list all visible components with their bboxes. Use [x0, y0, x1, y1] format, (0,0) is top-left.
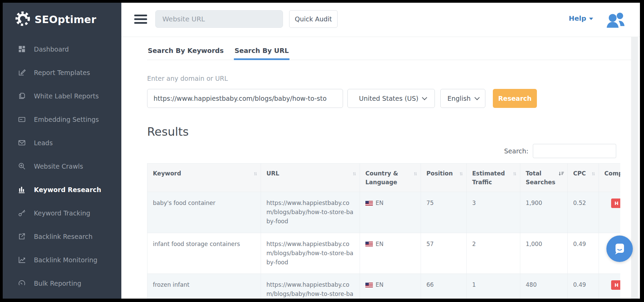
- caret-down-icon: [589, 18, 593, 20]
- cell-keyword: baby's food container: [147, 192, 261, 233]
- sidebar-item-backlink-research[interactable]: Backlink Research: [3, 225, 121, 248]
- hamburger-icon[interactable]: [134, 15, 147, 24]
- cell-competition: H: [599, 274, 621, 299]
- column-header-position[interactable]: Position: [421, 164, 467, 192]
- sidebar-item-white-label-reports[interactable]: White Label Reports: [3, 84, 121, 108]
- tab-bar: Search By KeywordsSearch By URL: [147, 44, 631, 60]
- research-button[interactable]: Research: [493, 89, 537, 108]
- column-label: Comp: [604, 170, 620, 177]
- sidebar-item-bulk-reporting[interactable]: Bulk Reporting: [3, 271, 121, 295]
- chevron-down-icon: [475, 95, 480, 100]
- cell-competition: H: [599, 192, 621, 233]
- help-menu[interactable]: Help: [569, 14, 593, 22]
- language-code: EN: [376, 280, 383, 289]
- sidebar-item-label: Dashboard: [34, 45, 69, 53]
- line-chart-icon: [17, 256, 26, 264]
- cell-keyword: infant food storage containers: [147, 233, 261, 274]
- sidebar-item-backlink-monitoring[interactable]: Backlink Monitoring: [3, 248, 121, 271]
- envelope-icon: [17, 138, 26, 147]
- brand-logo[interactable]: SEOptimer: [3, 3, 121, 28]
- column-header-keyword[interactable]: Keyword: [147, 164, 261, 192]
- column-label: Country & Language: [365, 170, 398, 186]
- gauge-icon: [17, 279, 26, 288]
- sidebar-item-label: Bulk Reporting: [34, 280, 81, 287]
- domain-url-input[interactable]: [147, 89, 343, 108]
- sidebar-item-label: Backlink Monitoring: [34, 256, 97, 264]
- cell-url: https://www.happiestbaby.com/blogs/baby/…: [261, 233, 360, 274]
- search-plus-icon: [17, 162, 26, 171]
- sidebar-item-label: White Label Reports: [34, 92, 99, 100]
- edit-icon: [17, 68, 26, 77]
- us-flag-icon: [365, 283, 373, 287]
- cell-cpc: 0.49: [568, 233, 599, 274]
- sidebar-item-label: Website Crawls: [34, 163, 83, 170]
- results-title: Results: [147, 125, 631, 138]
- sidebar-item-report-templates[interactable]: Report Templates: [3, 61, 121, 84]
- country-select[interactable]: United States (US): [347, 89, 435, 108]
- table-row: infant food storage containershttps://ww…: [147, 233, 621, 274]
- sidebar-item-embedding-settings[interactable]: Embedding Settings: [3, 108, 121, 131]
- sidebar-item-keyword-tracking[interactable]: Keyword Tracking: [3, 201, 121, 225]
- sort-both-icon: [459, 170, 464, 179]
- sidebar-item-label: Leads: [34, 139, 53, 147]
- cell-country-language: EN: [360, 233, 421, 274]
- sidebar-item-keyword-research[interactable]: Keyword Research: [3, 178, 121, 201]
- sidebar-item-label: Keyword Research: [34, 186, 101, 193]
- table-search-row: Search:: [147, 144, 631, 158]
- column-header-country-language[interactable]: Country & Language: [360, 164, 421, 192]
- cell-total-searches: 480: [520, 274, 568, 299]
- cell-estimated-traffic: 1: [467, 274, 520, 299]
- column-label: Keyword: [153, 170, 181, 177]
- users-icon: [605, 10, 626, 30]
- sidebar-item-leads[interactable]: Leads: [3, 131, 121, 154]
- cell-country-language: EN: [360, 274, 421, 299]
- column-label: Total Searches: [526, 170, 555, 186]
- app-window: SEOptimer DashboardReport TemplatesWhite…: [3, 3, 640, 299]
- tab-search-by-url[interactable]: Search By URL: [234, 44, 289, 60]
- cell-url: https://www.happiestbaby.com/blogs/baby/…: [261, 274, 360, 299]
- vertical-scrollbar[interactable]: [631, 37, 638, 299]
- column-header-url[interactable]: URL: [261, 164, 360, 192]
- cell-total-searches: 1,900: [520, 192, 568, 233]
- account-button[interactable]: [605, 10, 626, 30]
- key-icon: [17, 209, 26, 218]
- column-header-cpc[interactable]: CPC: [568, 164, 599, 192]
- table-row: frozen infanthttps://www.happiestbaby.co…: [147, 274, 621, 299]
- cell-total-searches: 1,000: [520, 233, 568, 274]
- cell-url: https://www.happiestbaby.com/blogs/baby/…: [261, 192, 360, 233]
- website-url-input[interactable]: [155, 10, 283, 28]
- sidebar-item-dashboard[interactable]: Dashboard: [3, 37, 121, 61]
- main-area: Quick Audit Help Search By KeywordsSearc…: [121, 3, 640, 299]
- sidebar: SEOptimer DashboardReport TemplatesWhite…: [3, 3, 121, 299]
- column-header-estimated-traffic[interactable]: Estimated Traffic: [467, 164, 520, 192]
- column-header-total-searches[interactable]: Total Searches: [520, 164, 568, 192]
- dashboard-grid-icon: [17, 45, 26, 54]
- chat-launcher-button[interactable]: [606, 235, 633, 262]
- sort-both-icon: [253, 170, 258, 179]
- sidebar-item-label: Backlink Research: [34, 233, 93, 240]
- column-label: CPC: [573, 170, 586, 177]
- competition-badge: H: [611, 199, 620, 208]
- quick-audit-button[interactable]: Quick Audit: [289, 10, 338, 28]
- sort-desc-icon: [558, 170, 565, 179]
- sidebar-item-website-crawls[interactable]: Website Crawls: [3, 154, 121, 178]
- competition-badge: H: [611, 280, 620, 290]
- sidebar-nav: DashboardReport TemplatesWhite Label Rep…: [3, 37, 121, 295]
- table-search-input[interactable]: [533, 144, 616, 158]
- column-header-comp[interactable]: Comp: [599, 164, 621, 192]
- chevron-down-icon: [422, 95, 427, 100]
- cell-estimated-traffic: 3: [467, 192, 520, 233]
- sort-both-icon: [352, 170, 357, 179]
- cell-cpc: 0.49: [568, 274, 599, 299]
- table-search-label: Search:: [504, 147, 528, 155]
- pages-icon: [17, 92, 26, 100]
- topbar: Quick Audit Help: [121, 3, 640, 37]
- tab-search-by-keywords[interactable]: Search By Keywords: [147, 44, 224, 60]
- results-table: KeywordURLCountry & LanguagePositionEsti…: [147, 163, 620, 299]
- column-label: Position: [426, 170, 453, 177]
- us-flag-icon: [365, 201, 373, 206]
- chat-bubble-icon: [612, 241, 627, 257]
- sort-both-icon: [591, 170, 596, 179]
- sort-both-icon: [413, 170, 418, 179]
- language-select[interactable]: English: [440, 89, 485, 108]
